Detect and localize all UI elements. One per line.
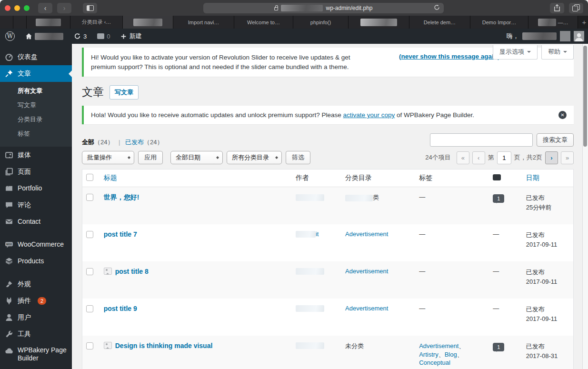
category-filter-select[interactable]: 所有分类目录 [227,151,282,164]
minimize-window-button[interactable] [14,5,20,11]
column-title[interactable]: 标题 [100,170,292,187]
submenu-item-0[interactable]: 所有文章 [0,84,72,98]
sidebar-item-plugins[interactable]: 插件2 [0,292,72,309]
tag-link[interactable]: Advertisement [419,342,458,349]
browser-tab-5[interactable]: Import navi… [173,16,234,29]
browser-tab-9[interactable]: Delete dem… [409,16,470,29]
apply-button[interactable]: 应用 [138,151,163,164]
post-title-link[interactable]: Design is thinking made visual [115,342,213,349]
home-icon [25,33,32,40]
tag-link[interactable]: Conceptual [419,359,450,366]
sidebar-item-portfolio[interactable]: Portfolio [0,180,72,197]
new-content-label: 新建 [129,32,141,40]
share-button[interactable] [550,3,564,13]
never-show-again-link[interactable]: (never show this message again) X [399,53,506,60]
post-title-link[interactable]: post title 9 [104,305,137,312]
scrollbar-thumb[interactable] [583,46,587,147]
add-new-post-button[interactable]: 写文章 [110,85,139,100]
sidebar-item-dashboard[interactable]: 仪表盘 [0,49,72,65]
last-page-button[interactable]: » [561,151,574,164]
search-posts-button[interactable]: 搜索文章 [537,133,574,147]
row-checkbox[interactable] [86,305,93,312]
browser-tab-7[interactable]: phpinfo() [293,16,349,29]
comment-count-bubble[interactable]: 1 [493,194,504,203]
tab-overview-button[interactable] [569,3,583,13]
forward-button[interactable]: › [57,3,71,13]
tag-link[interactable]: Artistry [419,351,438,358]
sidebar-item-media[interactable]: 媒体 [0,147,72,163]
row-checkbox[interactable] [86,231,93,238]
browser-tab-0[interactable] [0,16,13,29]
new-content-menu[interactable]: 新建 [115,29,147,44]
browser-tab-6[interactable]: Welcome to… [234,16,293,29]
sidebar-item-pages[interactable]: 页面 [0,163,72,180]
category-link[interactable]: Adevertisement [345,230,388,238]
post-date: 2017-09-11 [526,240,569,249]
box-icon [4,257,13,266]
first-page-button[interactable]: « [457,151,469,164]
row-checkbox[interactable] [86,194,93,201]
submenu-item-2[interactable]: 分类目录 [0,112,72,127]
sidebar-item-settings[interactable]: Settings [0,366,72,369]
prev-page-button[interactable]: ‹ [472,151,485,164]
category-link[interactable]: Adevertisement [345,268,388,275]
browser-tab-2[interactable] [27,16,70,29]
sidebar-toggle-button[interactable] [83,3,97,13]
sidebar-item-posts[interactable]: 文章 [0,65,72,82]
sidebar-item-label: 外观 [18,280,31,288]
items-total: 24个项目 [425,153,450,162]
current-page-input[interactable] [497,151,511,164]
bulk-actions-select[interactable]: 批量操作 [82,151,134,164]
reload-icon[interactable] [434,4,440,10]
sidebar-item-appearance[interactable]: 外观 [0,276,72,292]
activate-copy-link[interactable]: activate your copy [343,111,395,119]
next-page-button[interactable]: › [545,151,558,164]
comments-menu[interactable]: 0 [92,29,115,44]
scrollbar[interactable] [582,44,588,369]
wp-logo-menu[interactable]: W [0,29,20,44]
author-link[interactable]: it [316,230,319,238]
select-all-checkbox[interactable] [86,174,93,181]
sidebar-item-contact[interactable]: Contact [0,213,72,230]
browser-tab-10[interactable]: Demo Impor… [470,16,528,29]
browser-tab-4[interactable] [123,16,173,29]
help-button[interactable]: 帮助 [541,45,574,60]
comment-count-bubble[interactable]: 1 [493,343,504,351]
browser-tab-11[interactable]: —… [528,16,578,29]
close-window-button[interactable] [5,5,10,11]
back-button[interactable]: ‹ [38,3,52,13]
address-bar[interactable]: wp-admin/edit.php [203,3,444,13]
post-title-link[interactable]: 世界，您好! [104,193,140,201]
sidebar-item-wpbakery[interactable]: WPBakery Page Builder [0,342,72,366]
zoom-window-button[interactable] [24,5,30,11]
site-name-menu[interactable] [20,29,69,44]
sidebar-item-users[interactable]: 用户 [0,309,72,326]
post-title-link[interactable]: post title 7 [104,230,137,238]
filter-button[interactable]: 筛选 [286,151,310,164]
post-title-link[interactable]: post title 8 [115,268,149,275]
sidebar-item-comments[interactable]: 评论 [0,197,72,213]
sidebar-item-products[interactable]: Products [0,253,72,269]
view-all-link[interactable]: 全部 [82,139,94,146]
column-date[interactable]: 日期 [522,170,573,187]
submenu-item-3[interactable]: 标签 [0,127,72,141]
browser-tab-1[interactable] [13,16,27,29]
sidebar-item-tools[interactable]: 工具 [0,326,72,342]
window-controls [5,5,30,11]
updates-menu[interactable]: 3 [69,29,92,44]
submenu-item-1[interactable]: 写文章 [0,98,72,112]
category-link[interactable]: Adevertisement [345,305,388,312]
new-tab-button[interactable]: + [578,16,588,29]
screen-options-button[interactable]: 显示选项 [493,45,538,60]
sidebar-item-woocommerce[interactable]: WOOWooCommerce [0,236,72,253]
my-account-menu[interactable]: 嗨， [507,31,588,41]
dismiss-notice-button[interactable]: ✕ [558,111,567,119]
row-checkbox[interactable] [86,342,93,349]
date-filter-select[interactable]: 全部日期 [170,151,223,164]
view-published-link[interactable]: 已发布 [125,139,144,146]
search-input[interactable] [430,133,533,147]
browser-tab-3[interactable]: 分类目录 ‹… [70,16,123,29]
row-checkbox[interactable] [86,268,93,275]
browser-tab-8[interactable] [349,16,409,29]
tag-link[interactable]: Blog [445,351,457,358]
